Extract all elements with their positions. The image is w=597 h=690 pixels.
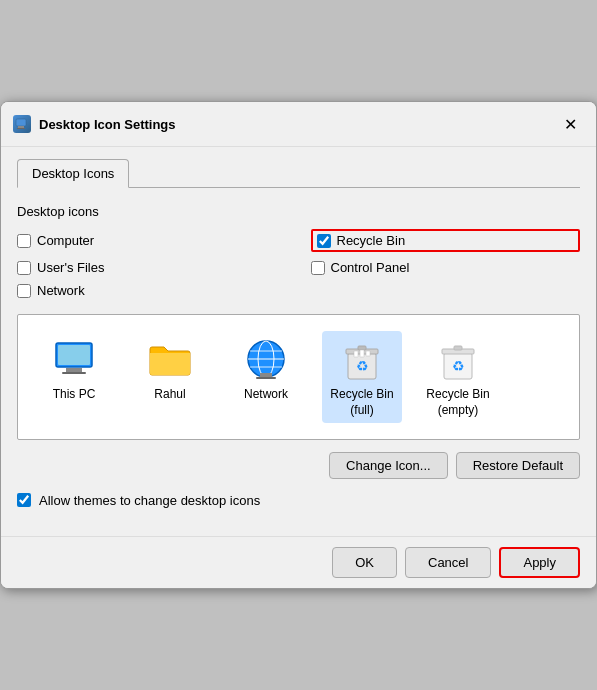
icon-recycle-empty-label: Recycle Bin(empty) bbox=[426, 387, 489, 418]
close-button[interactable]: ✕ bbox=[556, 110, 584, 138]
restore-default-button[interactable]: Restore Default bbox=[456, 452, 580, 479]
icon-network[interactable]: Network bbox=[226, 331, 306, 422]
checkbox-recycle-label[interactable]: Recycle Bin bbox=[337, 233, 406, 248]
svg-rect-13 bbox=[256, 377, 276, 379]
allow-themes-checkbox[interactable] bbox=[17, 493, 31, 507]
checkbox-users-label[interactable]: User's Files bbox=[37, 260, 105, 275]
icon-this-pc[interactable]: This PC bbox=[34, 331, 114, 422]
svg-rect-0 bbox=[16, 119, 26, 126]
recycle-full-icon: ♻ bbox=[338, 335, 386, 383]
svg-rect-5 bbox=[66, 368, 82, 372]
checkbox-network-input[interactable] bbox=[17, 284, 31, 298]
cancel-button[interactable]: Cancel bbox=[405, 547, 491, 578]
checkbox-computer: Computer bbox=[17, 229, 287, 252]
svg-rect-1 bbox=[18, 126, 24, 128]
icon-this-pc-label: This PC bbox=[53, 387, 96, 403]
dialog-window: Desktop Icon Settings ✕ Desktop Icons De… bbox=[0, 101, 597, 588]
section-label: Desktop icons bbox=[17, 204, 580, 219]
icon-network-label: Network bbox=[244, 387, 288, 403]
svg-rect-19 bbox=[354, 351, 358, 357]
icons-grid: This PC Rahul bbox=[34, 331, 563, 422]
icon-recycle-full[interactable]: ♻ Recycle Bin(full) bbox=[322, 331, 402, 422]
checkbox-network-label[interactable]: Network bbox=[37, 283, 85, 298]
svg-rect-12 bbox=[260, 373, 272, 377]
tab-desktop-icons[interactable]: Desktop Icons bbox=[17, 159, 129, 188]
svg-rect-20 bbox=[360, 350, 364, 357]
svg-rect-2 bbox=[17, 128, 25, 129]
allow-themes-row: Allow themes to change desktop icons bbox=[17, 493, 580, 508]
icons-panel: This PC Rahul bbox=[17, 314, 580, 439]
checkbox-recycle-input[interactable] bbox=[317, 234, 331, 248]
icon-rahul-label: Rahul bbox=[154, 387, 185, 403]
checkbox-control-label[interactable]: Control Panel bbox=[331, 260, 410, 275]
tab-bar: Desktop Icons bbox=[17, 159, 580, 188]
icon-recycle-empty[interactable]: ♻ Recycle Bin(empty) bbox=[418, 331, 498, 422]
network-icon bbox=[242, 335, 290, 383]
checkbox-computer-label[interactable]: Computer bbox=[37, 233, 94, 248]
this-pc-icon bbox=[50, 335, 98, 383]
dialog-content: Desktop Icons Desktop icons Computer Rec… bbox=[1, 147, 596, 535]
dialog-title: Desktop Icon Settings bbox=[39, 117, 556, 132]
allow-themes-label[interactable]: Allow themes to change desktop icons bbox=[39, 493, 260, 508]
rahul-icon bbox=[146, 335, 194, 383]
title-bar: Desktop Icon Settings ✕ bbox=[1, 102, 596, 147]
apply-button[interactable]: Apply bbox=[499, 547, 580, 578]
checkbox-users-files: User's Files bbox=[17, 260, 287, 275]
svg-text:♻: ♻ bbox=[452, 358, 465, 374]
change-icon-button[interactable]: Change Icon... bbox=[329, 452, 448, 479]
ok-button[interactable]: OK bbox=[332, 547, 397, 578]
svg-rect-6 bbox=[62, 372, 86, 374]
svg-rect-21 bbox=[366, 351, 370, 356]
footer-row: OK Cancel Apply bbox=[1, 536, 596, 588]
svg-rect-17 bbox=[358, 346, 366, 350]
checkbox-users-input[interactable] bbox=[17, 261, 31, 275]
dialog-icon bbox=[13, 115, 31, 133]
checkbox-control-input[interactable] bbox=[311, 261, 325, 275]
checkboxes-grid: Computer Recycle Bin User's Files Contro… bbox=[17, 229, 580, 298]
icon-recycle-full-label: Recycle Bin(full) bbox=[330, 387, 393, 418]
checkbox-recycle-bin-highlighted: Recycle Bin bbox=[311, 229, 581, 252]
svg-rect-4 bbox=[58, 345, 90, 365]
checkbox-network: Network bbox=[17, 283, 287, 298]
action-row: Change Icon... Restore Default bbox=[17, 452, 580, 479]
checkbox-control-panel: Control Panel bbox=[311, 260, 581, 275]
icon-rahul[interactable]: Rahul bbox=[130, 331, 210, 422]
svg-text:♻: ♻ bbox=[356, 358, 369, 374]
svg-rect-24 bbox=[454, 346, 462, 350]
checkbox-computer-input[interactable] bbox=[17, 234, 31, 248]
recycle-empty-icon: ♻ bbox=[434, 335, 482, 383]
